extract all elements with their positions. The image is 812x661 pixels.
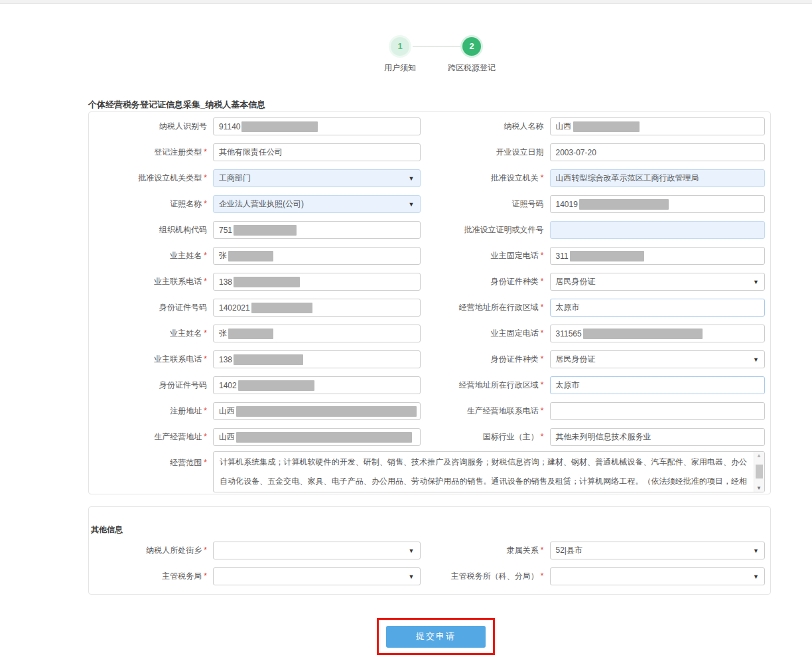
tax-bureau-select-select[interactable] [213, 567, 421, 585]
field-value: 山西 [556, 121, 572, 132]
submit-application-button[interactable]: 提交申请 [386, 626, 486, 648]
approval-authority-type-select[interactable]: 工商部门 [213, 169, 421, 187]
field-value: 138 [219, 277, 232, 287]
tax-office-select-field: 主管税务所（科、分局）*▼ [430, 567, 771, 585]
taxpayer-basic-info-panel: 纳税人识别号91140纳税人名称山西登记注册类型*其他有限责任公司开业设立日期2… [88, 111, 771, 494]
id-cert-type-2-select[interactable]: 居民身份证 [550, 350, 766, 368]
owner-name-2-input[interactable]: 张 [213, 325, 421, 342]
step-1-label: 用户须知 [360, 62, 440, 74]
required-asterisk: * [204, 406, 207, 415]
tax-bureau-select-label: 主管税务局* [89, 571, 207, 582]
required-asterisk: * [541, 251, 544, 260]
establish-date-input[interactable]: 2003-07-20 [550, 143, 766, 161]
taxpayer-id-label: 纳税人识别号 [89, 121, 207, 132]
business-scope-textarea[interactable]: 计算机系统集成；计算机软硬件的开发、研制、销售、技术推广及咨询服务；财税信息咨询… [213, 451, 765, 492]
street-select-select[interactable] [213, 542, 421, 559]
business-admin-region-2-field: 经营地址所在行政区域*太原市 [430, 376, 771, 394]
license-number-field: 证照号码14019 [430, 195, 771, 213]
redaction-block [228, 251, 273, 261]
business-site-phone-label: 生产经营地联系电话* [430, 405, 544, 417]
affiliation-select-select[interactable]: 52|县市 [550, 542, 766, 559]
business-admin-region-2-label: 经营地址所在行政区域* [430, 380, 544, 391]
chevron-down-icon: ▼ [409, 573, 415, 580]
required-asterisk: * [541, 354, 544, 364]
business-address-input[interactable]: 山西 [213, 428, 421, 446]
taxpayer-name-field: 纳税人名称山西 [430, 117, 771, 135]
registration-type-input[interactable]: 其他有限责任公司 [213, 143, 421, 161]
license-name-select[interactable]: 企业法人营业执照(公司) [213, 195, 421, 213]
chevron-down-icon: ▼ [409, 175, 415, 182]
required-asterisk: * [204, 251, 207, 260]
form-row: 纳税人识别号91140纳税人名称山西 [89, 113, 770, 139]
owner-phone-2-input[interactable]: 138 [213, 350, 421, 368]
field-value: 1402021 [219, 303, 250, 313]
license-number-label: 证照号码 [430, 198, 544, 210]
tax-office-select-label: 主管税务所（科、分局）* [430, 571, 544, 582]
establish-date-label: 开业设立日期 [430, 147, 544, 158]
redaction-block [228, 329, 273, 339]
form-row: 业主联系电话*138身份证件种类*居民身份证▼ [89, 346, 770, 372]
scroll-down-icon[interactable]: ▼ [756, 485, 762, 491]
form-row: 生产经营地址*山西国标行业（主）*其他未列明信息技术服务业 [89, 424, 770, 450]
redaction-block [236, 406, 417, 417]
scroll-up-icon[interactable]: ▲ [756, 453, 762, 459]
taxpayer-id-input[interactable]: 91140 [213, 117, 421, 135]
required-asterisk: * [541, 571, 544, 581]
id-cert-number-2-input[interactable]: 1402 [213, 376, 421, 394]
required-asterisk: * [541, 380, 544, 390]
required-asterisk: * [541, 432, 544, 441]
id-cert-type-1-select[interactable]: 居民身份证 [550, 273, 766, 291]
affiliation-select-field: 隶属关系*52|县市▼ [430, 542, 771, 559]
other-info-panel: 其他信息 纳税人所处街乡*▼隶属关系*52|县市▼主管税务局*▼主管税务所（科、… [88, 506, 771, 595]
business-address-field: 生产经营地址*山西 [89, 428, 430, 446]
required-asterisk: * [541, 303, 544, 312]
tax-bureau-select-field: 主管税务局*▼ [89, 567, 430, 585]
owner-phone-1-input[interactable]: 138 [213, 273, 421, 291]
taxpayer-name-label: 纳税人名称 [430, 121, 544, 132]
business-site-phone-input[interactable] [550, 402, 766, 420]
industry-main-input[interactable]: 其他未列明信息技术服务业 [550, 428, 766, 446]
owner-phone-1-label: 业主联系电话* [89, 276, 207, 287]
chevron-down-icon: ▼ [753, 548, 759, 554]
field-value: 居民身份证 [556, 354, 596, 365]
form-row: 业主姓名*张业主固定电话*311565 [89, 321, 770, 346]
registered-address-input[interactable]: 山西 [213, 402, 421, 420]
owner-landline-2-input[interactable]: 311565 [550, 325, 766, 342]
owner-phone-2-label: 业主联系电话* [89, 354, 207, 365]
business-admin-region-2-input[interactable]: 太原市 [550, 376, 766, 394]
approval-doc-number-input[interactable] [550, 221, 766, 239]
form-row: 登记注册类型*其他有限责任公司开业设立日期2003-07-20 [89, 139, 770, 165]
id-cert-type-2-label: 身份证件种类* [430, 354, 544, 365]
license-number-input[interactable]: 14019 [550, 195, 766, 213]
approval-authority-type-label: 批准设立机关类型* [89, 173, 207, 184]
business-admin-region-1-field: 经营地址所在行政区域*太原市 [430, 299, 771, 317]
scrollbar-thumb[interactable] [756, 465, 763, 478]
business-scope-row: 经营范围* 计算机系统集成；计算机软硬件的开发、研制、销售、技术推广及咨询服务；… [89, 451, 770, 492]
owner-name-1-input[interactable]: 张 [213, 247, 421, 265]
owner-landline-1-input[interactable]: 311 [550, 247, 766, 265]
textarea-scrollbar[interactable]: ▲ ▼ [754, 452, 764, 492]
establish-date-field: 开业设立日期2003-07-20 [430, 143, 771, 161]
id-cert-number-1-input[interactable]: 1402021 [213, 299, 421, 317]
owner-name-1-label: 业主姓名* [89, 250, 207, 261]
tax-office-select-select[interactable] [550, 567, 766, 585]
step-2-label: 跨区税源登记 [432, 62, 511, 74]
org-code-input[interactable]: 751 [213, 221, 421, 239]
business-admin-region-1-label: 经营地址所在行政区域* [430, 302, 544, 313]
form-row: 证照名称*企业法人营业执照(公司)▼证照号码14019 [89, 191, 770, 217]
field-value: 张 [219, 250, 227, 261]
redaction-block [234, 354, 303, 365]
id-cert-number-1-label: 身份证件号码 [89, 302, 207, 313]
owner-landline-2-label: 业主固定电话* [430, 328, 544, 339]
approval-authority-input[interactable]: 山西转型综合改革示范区工商行政管理局 [550, 169, 766, 187]
taxpayer-name-input[interactable]: 山西 [550, 117, 766, 135]
field-value: 山西 [219, 431, 235, 443]
form-row: 组织机构代码751批准设立证明或文件号 [89, 217, 770, 243]
business-admin-region-1-input[interactable]: 太原市 [550, 299, 766, 317]
required-asterisk: * [204, 546, 207, 555]
business-scope-label: 经营范围* [89, 451, 207, 469]
field-value: 14019 [556, 200, 578, 209]
redaction-block [573, 121, 640, 132]
required-asterisk: * [204, 458, 207, 467]
registered-address-field: 注册地址*山西 [89, 402, 430, 420]
